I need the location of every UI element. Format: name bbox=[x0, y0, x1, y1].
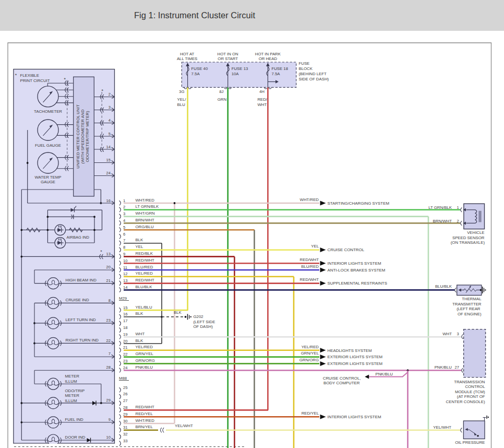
svg-text:OF ENGINE): OF ENGINE) bbox=[458, 312, 482, 316]
svg-text:21: 21 bbox=[106, 278, 111, 283]
svg-text:16: 16 bbox=[106, 198, 111, 203]
svg-text:PNK/BLU: PNK/BLU bbox=[376, 372, 393, 376]
svg-text:27: 27 bbox=[123, 398, 127, 403]
svg-text:RED/: RED/ bbox=[257, 97, 267, 102]
svg-text:BRN/YEL: BRN/YEL bbox=[136, 425, 153, 429]
svg-text:PRINT CIRCUIT: PRINT CIRCUIT bbox=[20, 78, 50, 83]
svg-text:3: 3 bbox=[457, 332, 459, 336]
svg-text:1: 1 bbox=[123, 198, 125, 203]
svg-text:*: * bbox=[101, 88, 103, 93]
svg-text:14: 14 bbox=[106, 145, 111, 149]
svg-text:SUPPLEMENTAL RESTRAINTS: SUPPLEMENTAL RESTRAINTS bbox=[328, 281, 387, 286]
svg-text:RED/WHT: RED/WHT bbox=[136, 258, 155, 263]
svg-text:7.5A: 7.5A bbox=[271, 72, 280, 76]
svg-text:YEL/BLU: YEL/BLU bbox=[136, 305, 152, 310]
svg-text:5: 5 bbox=[123, 225, 125, 230]
svg-text:11: 11 bbox=[123, 265, 127, 270]
svg-text:RED/WHT: RED/WHT bbox=[300, 257, 319, 262]
svg-text:FUSE 18: FUSE 18 bbox=[271, 66, 288, 71]
svg-text:YEL: YEL bbox=[311, 244, 319, 249]
svg-text:BLK: BLK bbox=[136, 311, 144, 316]
svg-text:8: 8 bbox=[109, 298, 111, 303]
svg-text:16: 16 bbox=[123, 312, 127, 316]
svg-text:28: 28 bbox=[123, 405, 127, 410]
svg-text:3G: 3G bbox=[179, 89, 184, 94]
svg-text:FUEL GAUGE: FUEL GAUGE bbox=[35, 143, 61, 148]
svg-text:18: 18 bbox=[123, 325, 127, 330]
svg-text:29: 29 bbox=[123, 412, 127, 417]
svg-text:STARTING/CHARGING SYSTEM: STARTING/CHARGING SYSTEM bbox=[328, 201, 390, 206]
svg-text:MODULE (TCM): MODULE (TCM) bbox=[455, 390, 485, 394]
svg-text:24: 24 bbox=[123, 366, 127, 370]
svg-text:RED/WHT: RED/WHT bbox=[300, 277, 319, 282]
svg-text:WHT/RED: WHT/RED bbox=[300, 197, 319, 202]
svg-text:28: 28 bbox=[106, 365, 111, 370]
svg-text:G202: G202 bbox=[194, 314, 203, 319]
svg-text:HOT IN ON: HOT IN ON bbox=[218, 52, 238, 56]
svg-text:ORG/BLU: ORG/BLU bbox=[136, 225, 154, 229]
svg-text:(LEFT SIDE: (LEFT SIDE bbox=[194, 320, 215, 324]
svg-text:2: 2 bbox=[109, 92, 111, 97]
svg-text:17: 17 bbox=[123, 319, 127, 323]
svg-text:THERMAL: THERMAL bbox=[462, 297, 482, 301]
svg-text:14: 14 bbox=[123, 285, 127, 290]
svg-text:PNK/BLU: PNK/BLU bbox=[136, 365, 153, 370]
svg-text:CRUISE IND: CRUISE IND bbox=[66, 298, 89, 302]
svg-text:RED/WHT: RED/WHT bbox=[136, 405, 155, 409]
svg-text:PNK/BLU: PNK/BLU bbox=[435, 365, 452, 370]
svg-text:3: 3 bbox=[109, 105, 111, 110]
svg-text:13: 13 bbox=[106, 252, 111, 256]
svg-text:1: 1 bbox=[457, 205, 459, 210]
svg-text:BODY COMPUTER: BODY COMPUTER bbox=[323, 381, 360, 385]
svg-text:WHT/RED: WHT/RED bbox=[136, 198, 155, 203]
svg-text:YEL: YEL bbox=[136, 244, 143, 249]
svg-text:TACHOMETER: TACHOMETER bbox=[34, 109, 62, 114]
svg-text:(WITH SPEEDOMETER AND: (WITH SPEEDOMETER AND bbox=[80, 109, 85, 163]
svg-text:FUSE 13: FUSE 13 bbox=[232, 66, 248, 71]
svg-text:GAUGE: GAUGE bbox=[41, 180, 55, 184]
svg-text:12: 12 bbox=[123, 272, 127, 276]
svg-text:BLOCK: BLOCK bbox=[299, 66, 313, 71]
svg-text:BRN/WHT: BRN/WHT bbox=[136, 218, 155, 222]
svg-text:22: 22 bbox=[106, 338, 111, 343]
svg-text:10: 10 bbox=[106, 435, 111, 440]
svg-text:22: 22 bbox=[123, 352, 127, 357]
svg-text:26: 26 bbox=[123, 392, 127, 396]
svg-text:WHT: WHT bbox=[442, 332, 452, 336]
svg-text:GRN/YEL: GRN/YEL bbox=[301, 351, 319, 356]
svg-text:21: 21 bbox=[123, 345, 127, 350]
svg-text:YEL/: YEL/ bbox=[177, 97, 187, 102]
svg-text:M29: M29 bbox=[119, 296, 127, 301]
svg-text:RIGHT TURN IND: RIGHT TURN IND bbox=[66, 338, 99, 343]
svg-text:CRUISE CONTROL,: CRUISE CONTROL, bbox=[323, 376, 361, 381]
svg-text:TRANSMISSION: TRANSMISSION bbox=[454, 380, 485, 384]
svg-text:BLU/RED: BLU/RED bbox=[301, 264, 319, 269]
svg-text:33: 33 bbox=[123, 439, 127, 443]
svg-text:9: 9 bbox=[109, 417, 111, 422]
svg-text:3: 3 bbox=[123, 211, 125, 216]
svg-text:20: 20 bbox=[123, 339, 127, 344]
svg-text:M88: M88 bbox=[119, 376, 127, 381]
svg-text:YEL/WHT: YEL/WHT bbox=[433, 425, 451, 430]
svg-text:VEHICLE: VEHICLE bbox=[467, 230, 484, 235]
svg-text:(AT FRONT OF: (AT FRONT OF bbox=[457, 394, 485, 399]
svg-text:EXTERIOR LIGHTS SYSTEM: EXTERIOR LIGHTS SYSTEM bbox=[328, 361, 383, 366]
svg-text:YEL/RED: YEL/RED bbox=[136, 271, 153, 276]
svg-text:WHT: WHT bbox=[257, 102, 267, 107]
svg-text:OIL PRESSURE: OIL PRESSURE bbox=[455, 440, 485, 445]
svg-text:YEL/WHT: YEL/WHT bbox=[175, 423, 193, 428]
svg-text:LEFT TURN IND: LEFT TURN IND bbox=[66, 317, 97, 322]
svg-text:2: 2 bbox=[457, 219, 459, 223]
svg-text:FLEXIBLE: FLEXIBLE bbox=[20, 73, 39, 78]
svg-text:CONTROL: CONTROL bbox=[465, 384, 485, 389]
svg-text:RED/WHT: RED/WHT bbox=[136, 278, 155, 282]
svg-text:*: * bbox=[64, 77, 66, 82]
svg-text:(BEHIND LEFT: (BEHIND LEFT bbox=[299, 72, 327, 76]
svg-text:ALL TIMES: ALL TIMES bbox=[177, 56, 197, 61]
svg-text:13: 13 bbox=[123, 278, 127, 283]
svg-text:25: 25 bbox=[123, 385, 127, 390]
svg-text:4: 4 bbox=[109, 118, 111, 123]
svg-text:RED/YEL: RED/YEL bbox=[136, 411, 153, 416]
svg-text:BRN/WHT: BRN/WHT bbox=[433, 219, 452, 223]
svg-text:GRN/YEL: GRN/YEL bbox=[136, 351, 154, 356]
